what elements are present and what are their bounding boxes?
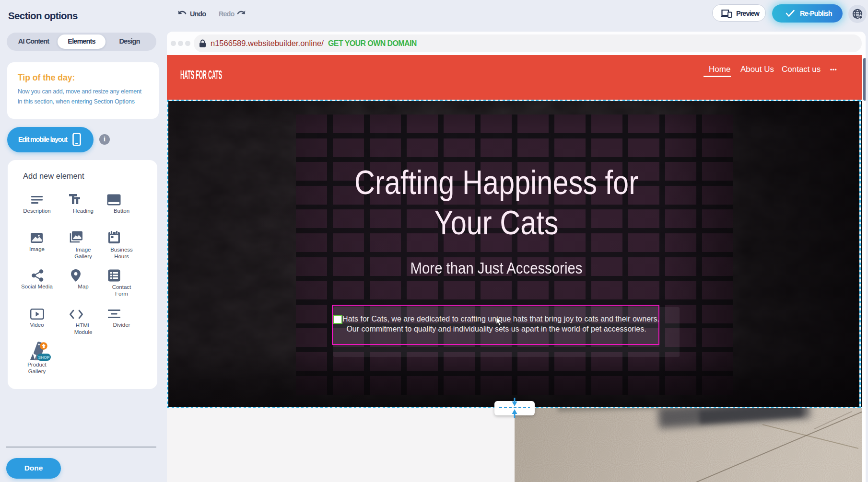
svg-text:SHOP: SHOP (38, 355, 49, 360)
